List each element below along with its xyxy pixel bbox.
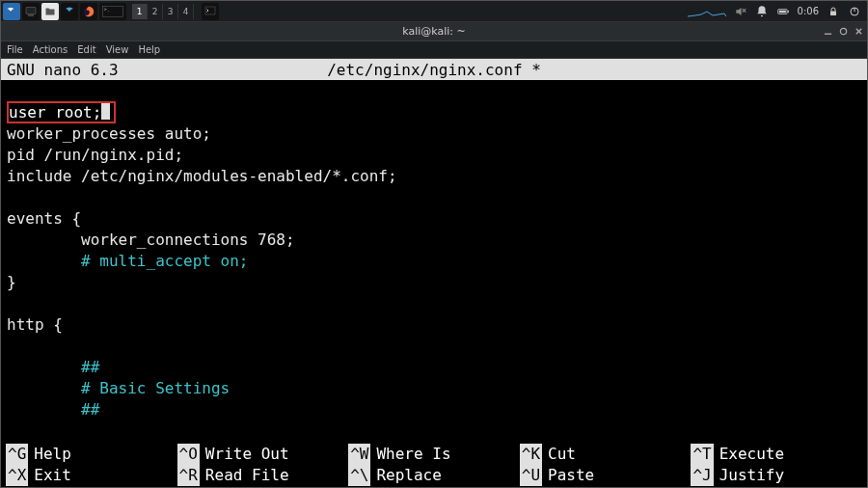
menu-file[interactable]: File bbox=[7, 44, 23, 55]
desktop-panel: >_ 1 2 3 4 0:06 bbox=[1, 1, 867, 22]
svg-rect-5 bbox=[205, 7, 215, 14]
shortcut-label: Write Out bbox=[205, 444, 289, 465]
shortcut-label: Read File bbox=[205, 465, 289, 486]
window-close-button[interactable] bbox=[854, 27, 863, 37]
menu-view[interactable]: View bbox=[106, 44, 129, 55]
task-list: >_ bbox=[1, 3, 126, 20]
editor-line: # multi_accept on; bbox=[7, 251, 861, 272]
svg-point-15 bbox=[840, 28, 846, 34]
editor-line bbox=[7, 187, 861, 208]
menu-edit[interactable]: Edit bbox=[77, 44, 95, 55]
shortcut-label: Execute bbox=[719, 444, 784, 465]
svg-rect-9 bbox=[787, 10, 788, 12]
shortcut-label: Where Is bbox=[376, 444, 450, 465]
taskbar-terminal-icon[interactable] bbox=[22, 3, 40, 20]
editor-line: # Basic Settings bbox=[7, 378, 861, 399]
svg-rect-10 bbox=[778, 10, 785, 12]
shortcut-key: ^X bbox=[6, 465, 28, 486]
editor-line: ## bbox=[7, 399, 861, 420]
menu-help[interactable]: Help bbox=[138, 44, 160, 55]
window-minimize-button[interactable] bbox=[823, 27, 832, 37]
shortcut-key: ^K bbox=[520, 444, 542, 465]
network-graph-icon[interactable] bbox=[688, 6, 726, 17]
shortcut-key: ^U bbox=[520, 465, 542, 486]
window-maximize-button[interactable] bbox=[838, 27, 848, 37]
lock-icon[interactable] bbox=[827, 5, 840, 18]
editor-line bbox=[7, 336, 861, 357]
editor-line: include /etc/nginx/modules-enabled/*.con… bbox=[7, 166, 861, 187]
shortcut-help: ^GHelp bbox=[6, 444, 177, 465]
menu-actions[interactable]: Actions bbox=[33, 44, 68, 55]
text-cursor bbox=[101, 103, 110, 120]
editor-line: } bbox=[7, 272, 861, 293]
workspace-4[interactable]: 4 bbox=[178, 4, 194, 19]
shortcut-paste: ^UPaste bbox=[520, 465, 692, 486]
shortcut-label: Replace bbox=[376, 465, 441, 486]
workspace-3[interactable]: 3 bbox=[163, 4, 178, 19]
svg-rect-1 bbox=[28, 14, 34, 15]
battery-icon[interactable] bbox=[776, 5, 790, 18]
kali-tools-icon[interactable] bbox=[61, 3, 78, 20]
nano-shortcut-bar: ^GHelp^OWrite Out^WWhere Is^KCut^TExecut… bbox=[2, 444, 866, 486]
nano-app-name: GNU nano 6.3 bbox=[7, 61, 119, 79]
firefox-icon[interactable] bbox=[80, 3, 97, 20]
editor-line: pid /run/nginx.pid; bbox=[7, 145, 861, 166]
editor-line: ## bbox=[7, 357, 861, 378]
shortcut-label: Exit bbox=[34, 465, 71, 486]
system-tray: 0:06 bbox=[688, 5, 867, 18]
nano-file-name: /etc/nginx/nginx.conf * bbox=[1, 61, 867, 79]
shortcut-label: Cut bbox=[548, 444, 576, 465]
shortcut-label: Justify bbox=[719, 465, 784, 486]
files-icon[interactable] bbox=[41, 3, 59, 20]
shortcut-label: Help bbox=[34, 444, 71, 465]
shortcut-replace: ^\Replace bbox=[348, 465, 520, 486]
shortcut-key: ^O bbox=[177, 444, 200, 465]
highlighted-line: user root; bbox=[7, 101, 116, 123]
shortcut-key: ^R bbox=[177, 465, 200, 486]
window-titlebar[interactable]: kali@kali: ~ bbox=[1, 22, 867, 41]
shortcut-execute: ^TExecute bbox=[691, 444, 862, 465]
running-terminal-icon[interactable] bbox=[202, 3, 219, 20]
app-menubar: File Actions Edit View Help bbox=[1, 41, 867, 59]
shortcut-key: ^W bbox=[348, 444, 370, 465]
svg-rect-0 bbox=[26, 7, 36, 14]
editor-line bbox=[7, 293, 861, 314]
editor-area[interactable]: user root; worker_processes auto;pid /ru… bbox=[1, 80, 867, 423]
shortcut-justify: ^JJustify bbox=[691, 465, 862, 486]
kali-menu-icon[interactable] bbox=[3, 3, 20, 20]
shortcut-label: Paste bbox=[548, 465, 594, 486]
notifications-icon[interactable] bbox=[755, 5, 769, 18]
shortcut-exit: ^XExit bbox=[6, 465, 177, 486]
svg-rect-11 bbox=[830, 11, 836, 15]
power-icon[interactable] bbox=[848, 5, 861, 18]
shortcut-key: ^T bbox=[691, 444, 713, 465]
clock[interactable]: 0:06 bbox=[798, 6, 819, 16]
shortcut-write-out: ^OWrite Out bbox=[177, 444, 349, 465]
editor-line: events { bbox=[7, 208, 861, 230]
workspace-switcher[interactable]: 1 2 3 4 bbox=[132, 4, 194, 19]
shortcut-cut: ^KCut bbox=[520, 444, 692, 465]
workspace-2[interactable]: 2 bbox=[148, 4, 163, 19]
shortcut-where-is: ^WWhere Is bbox=[348, 444, 520, 465]
shortcut-key: ^G bbox=[6, 444, 28, 465]
editor-line: worker_processes auto; bbox=[7, 123, 861, 145]
window-title: kali@kali: ~ bbox=[402, 25, 465, 38]
editor-line: worker_connections 768; bbox=[7, 230, 861, 251]
volume-muted-icon[interactable] bbox=[734, 5, 747, 18]
workspace-1[interactable]: 1 bbox=[132, 4, 148, 19]
nano-title-bar: GNU nano 6.3 /etc/nginx/nginx.conf * bbox=[1, 59, 867, 80]
editor-line: http { bbox=[7, 314, 861, 336]
active-terminal-task[interactable]: >_ bbox=[99, 3, 126, 20]
shortcut-read-file: ^RRead File bbox=[177, 465, 349, 486]
shortcut-key: ^J bbox=[691, 465, 713, 486]
shortcut-key: ^\ bbox=[348, 465, 370, 486]
